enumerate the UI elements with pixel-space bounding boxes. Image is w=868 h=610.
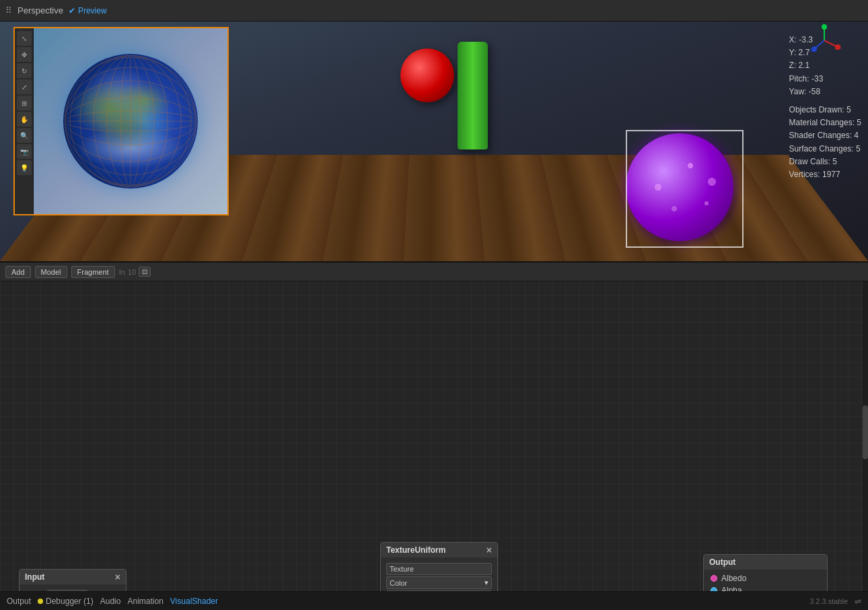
stat-yaw: Yaw: -58: [789, 86, 861, 98]
output-alpha-label: Alpha: [721, 586, 742, 591]
stat-shader-changes: Shader Changes: 4: [789, 129, 861, 142]
preview-panel: ⤡ ✥ ↻ ⤢ ⊞ ✋ 🔍 📷 💡: [13, 27, 229, 215]
tex1-color-chevron: ▾: [484, 578, 489, 587]
output-body: Albedo Alpha Metallic Roughness Specular: [704, 570, 827, 591]
input1-header: Input ×: [20, 570, 126, 584]
stat-y: Y: 2.7: [789, 46, 861, 59]
tex1-title: TextureUniform: [386, 545, 445, 555]
input1-body: vec3 uv ∿: [20, 584, 126, 591]
stat-objects-drawn: Objects Drawn: 5: [789, 104, 861, 116]
red-sphere: [400, 48, 454, 102]
tool-scale[interactable]: ⤢: [17, 79, 32, 94]
fragment-button[interactable]: Fragment: [71, 266, 115, 278]
grip-icon: ⠿: [5, 5, 12, 15]
tool-light[interactable]: 💡: [17, 160, 32, 175]
audio-tab[interactable]: Audio: [100, 597, 121, 606]
debug-dot-icon: [38, 599, 43, 604]
preview-content: [34, 28, 227, 214]
viewport-top-bar: ⠿ Perspective Preview: [0, 0, 868, 22]
preview-label: Preview: [78, 6, 107, 15]
tool-rotate[interactable]: ↻: [17, 63, 32, 78]
stat-material-changes: Material Changes: 5: [789, 116, 861, 129]
output-albedo-row: Albedo: [707, 572, 824, 584]
stat-x: X: -3.3: [789, 34, 861, 46]
viewport-title: Perspective: [17, 5, 63, 15]
stat-draw-calls: Draw Calls: 5: [789, 156, 861, 168]
input-node-1: Input × vec3 uv ∿: [19, 569, 126, 591]
tool-camera[interactable]: 📷: [17, 144, 32, 159]
layout-icon[interactable]: ⇌: [855, 597, 861, 606]
tool-move[interactable]: ✥: [17, 47, 32, 62]
stat-vertices: Vertices: 1977: [789, 168, 861, 181]
green-cylinder: [458, 42, 488, 149]
add-button[interactable]: Add: [5, 266, 31, 278]
debugger-tab[interactable]: Debugger (1): [38, 597, 94, 606]
output-alpha-row: Alpha: [707, 584, 824, 591]
output-node: Output Albedo Alpha Metallic Roughness: [703, 554, 828, 591]
output-tab[interactable]: Output: [7, 597, 31, 606]
wireframe-overlay: [63, 54, 198, 189]
output-header: Output: [704, 555, 827, 570]
output-title: Output: [709, 557, 735, 567]
input1-type-select[interactable]: uv: [47, 590, 87, 591]
expand-button[interactable]: ⊡: [139, 267, 151, 277]
scene-stats: X: -3.3 Y: 2.7 Z: 2.1 Pitch: -33 Yaw: -5…: [789, 34, 861, 181]
output-albedo-port[interactable]: [711, 575, 717, 582]
model-button[interactable]: Model: [35, 266, 67, 278]
tex1-default-dropdown[interactable]: White Default ▾: [386, 590, 492, 591]
bottom-bar: Output Debugger (1) Audio Animation Visu…: [0, 591, 868, 610]
version-label: 3.2.3.stable: [809, 597, 848, 605]
output-albedo-label: Albedo: [721, 574, 746, 583]
earth-sphere: [63, 54, 198, 189]
input1-close[interactable]: ×: [115, 572, 120, 582]
animation-tab[interactable]: Animation: [127, 597, 163, 606]
selection-box: [626, 130, 744, 248]
visual-shader-tab[interactable]: VisualShader: [170, 597, 218, 606]
scrollbar-thumb[interactable]: [863, 405, 868, 459]
tool-pan[interactable]: ✋: [17, 112, 32, 127]
tex1-header: TextureUniform ×: [381, 543, 497, 557]
tex1-color-label: Color: [390, 579, 407, 587]
svg-text:Y: Y: [822, 24, 826, 26]
tool-select[interactable]: ⤡: [17, 31, 32, 46]
stat-pitch: Pitch: -33: [789, 73, 861, 86]
tex1-body: Texture Color ▾ White Default ▾ uv rgb ⇌: [381, 557, 497, 591]
preview-tools: ⤡ ✥ ↻ ⤢ ⊞ ✋ 🔍 📷 💡: [15, 28, 34, 214]
output-alpha-port[interactable]: [711, 587, 717, 591]
right-scrollbar[interactable]: [863, 281, 868, 591]
tool-transform[interactable]: ⊞: [17, 96, 32, 110]
node-toolbar: Add Model Fragment In 10 ⊡: [0, 263, 868, 281]
preview-button[interactable]: Preview: [69, 6, 107, 15]
tex1-color-dropdown[interactable]: Color ▾: [386, 576, 492, 589]
viewport-area: ⠿ Perspective Preview ⤡ ✥ ↻ ⤢ ⊞ ✋ 🔍 📷 💡: [0, 0, 868, 263]
stat-surface-changes: Surface Changes: 5: [789, 143, 861, 156]
input1-type-row: vec3 uv ∿: [22, 588, 123, 591]
tex1-close[interactable]: ×: [486, 545, 492, 555]
tex1-type-label: Texture: [390, 565, 414, 573]
input1-title: Input: [25, 572, 44, 582]
debugger-label: Debugger (1): [46, 597, 94, 606]
tool-zoom[interactable]: 🔍: [17, 128, 32, 143]
node-graph-area: Add Model Fragment In 10 ⊡ Input: [0, 263, 868, 591]
tex1-type-dropdown[interactable]: Texture: [386, 563, 492, 575]
texture-node-1: TextureUniform × Texture Color ▾ White D…: [380, 542, 498, 591]
stat-z: Z: 2.1: [789, 59, 861, 72]
